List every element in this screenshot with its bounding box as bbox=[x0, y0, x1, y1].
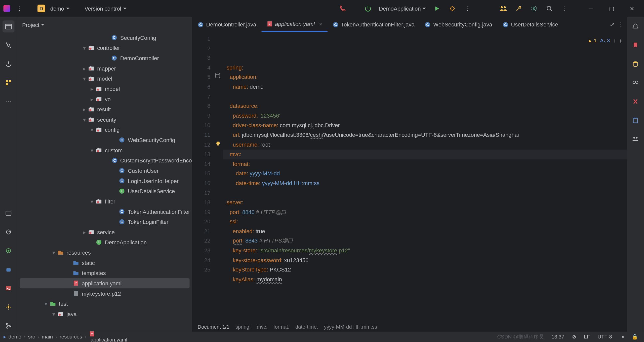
next-highlight-icon[interactable]: ↓ bbox=[619, 36, 622, 45]
tree-item[interactable]: Yapplication.yaml bbox=[20, 278, 190, 288]
breadcrumb-item[interactable]: spring: bbox=[235, 324, 251, 330]
more-tool-button[interactable]: ⋯ bbox=[3, 95, 14, 107]
bookmark-tool-button[interactable] bbox=[629, 39, 641, 51]
phone-icon[interactable] bbox=[336, 3, 348, 14]
close-button[interactable]: ✕ bbox=[624, 3, 641, 14]
readonly-toggle-icon[interactable]: ⊘ bbox=[570, 334, 579, 340]
terminal-tool-button[interactable] bbox=[3, 282, 14, 294]
tree-item[interactable]: CSecurityConfig bbox=[17, 32, 192, 43]
tree-item[interactable]: CDemoController bbox=[17, 53, 192, 63]
maximize-button[interactable]: ▢ bbox=[603, 3, 620, 14]
nav-crumb-item[interactable]: Yapplication.yaml bbox=[89, 331, 127, 342]
project-dropdown[interactable]: demo bbox=[49, 5, 71, 13]
tree-item[interactable]: ▸vo bbox=[17, 94, 192, 104]
commit-tool-button[interactable] bbox=[3, 39, 14, 51]
minimize-button[interactable]: ─ bbox=[583, 3, 600, 14]
line-separator-status[interactable]: LF bbox=[581, 334, 592, 340]
tree-item[interactable]: ▾security bbox=[17, 114, 192, 125]
vcs-dropdown[interactable]: Version control bbox=[83, 5, 128, 13]
typo-icon[interactable]: Aₓ 3 bbox=[600, 36, 610, 45]
validation-tool-button[interactable] bbox=[629, 95, 641, 107]
tree-item[interactable]: mykeystore.p12 bbox=[17, 288, 192, 298]
editor-tab[interactable]: CUserDetailsService bbox=[497, 17, 563, 32]
debug-button[interactable] bbox=[446, 3, 458, 14]
git-tool-button[interactable] bbox=[3, 320, 14, 332]
code-editor[interactable]: 1234567891011121314151617181920212223242… bbox=[192, 32, 627, 322]
nav-breadcrumb[interactable]: demo›src›main›resources›Yapplication.yam… bbox=[9, 331, 127, 342]
watermark-text: CSDN @撸码程序员 bbox=[495, 333, 546, 340]
problems-tool-button[interactable] bbox=[3, 301, 14, 313]
team-tool-button[interactable] bbox=[629, 133, 641, 145]
svg-rect-11 bbox=[9, 80, 11, 82]
tree-item[interactable]: ▾controller bbox=[17, 43, 192, 53]
structure-tool-button[interactable] bbox=[3, 77, 14, 89]
editor-tab[interactable]: CTokenAuthenticationFilter.java bbox=[327, 17, 420, 32]
editor-tab[interactable]: CDemoController.java bbox=[192, 17, 261, 32]
tree-item[interactable]: DemoApplication bbox=[17, 237, 192, 247]
expand-icon[interactable]: ⤢ bbox=[610, 21, 615, 28]
tree-item[interactable]: ▾filter bbox=[17, 196, 192, 207]
tools-icon[interactable] bbox=[513, 3, 525, 14]
tree-item[interactable]: CTokenLoginFilter bbox=[17, 217, 192, 227]
encoding-status[interactable]: UTF-8 bbox=[595, 334, 615, 340]
copilot-tool-button[interactable] bbox=[629, 77, 641, 89]
tree-item[interactable]: ▾custom bbox=[17, 145, 192, 155]
indent-status[interactable]: ⇥ bbox=[617, 334, 626, 340]
tree-item[interactable]: templates bbox=[17, 268, 192, 278]
tree-item[interactable]: ▸model bbox=[17, 84, 192, 94]
clipboard-tool-button[interactable] bbox=[629, 114, 641, 126]
warning-icon[interactable]: ▲ 1 bbox=[587, 36, 597, 45]
editor-tab[interactable]: CWebSecurityConfig.java bbox=[420, 17, 497, 32]
ai-assistant-icon[interactable] bbox=[528, 3, 540, 14]
search-icon[interactable] bbox=[543, 3, 555, 14]
tree-item[interactable]: ▾resources bbox=[17, 247, 192, 258]
nav-crumb-item[interactable]: src bbox=[28, 334, 35, 340]
database-tool-button[interactable] bbox=[629, 58, 641, 70]
sidebar-header[interactable]: Project bbox=[17, 17, 192, 32]
project-tree[interactable]: CSecurityConfig▾controllerCDemoControlle… bbox=[17, 32, 192, 332]
tree-item[interactable]: ▸result bbox=[17, 104, 192, 114]
tree-item[interactable]: ▸service bbox=[17, 227, 192, 237]
code-content[interactable]: ▲ 1 Aₓ 3 ↑ ↓ spring: application: name: … bbox=[223, 32, 627, 322]
services-tool-button[interactable] bbox=[3, 245, 14, 257]
breadcrumb-item[interactable]: mvc: bbox=[257, 324, 267, 330]
more-actions-button[interactable]: ⋮ bbox=[462, 3, 473, 14]
readonly-lock-icon[interactable]: 🔒 bbox=[629, 334, 641, 340]
editor-tab[interactable]: Yapplication.yaml× bbox=[261, 17, 327, 32]
breadcrumb-item[interactable]: date-time: bbox=[295, 324, 318, 330]
main-menu-button[interactable]: ⋮ bbox=[14, 3, 25, 14]
inspection-widget[interactable]: ▲ 1 Aₓ 3 ↑ ↓ bbox=[587, 36, 622, 45]
settings-icon[interactable]: ⋮ bbox=[559, 3, 571, 14]
code-with-me-icon[interactable] bbox=[497, 3, 509, 14]
tree-item[interactable]: ▾model bbox=[17, 73, 192, 84]
tree-item[interactable]: CLoginUserInfoHelper bbox=[17, 176, 192, 186]
tree-item[interactable]: CWebSecurityConfig bbox=[17, 135, 192, 145]
bookmarks-tool-button[interactable] bbox=[3, 207, 14, 219]
tree-item[interactable]: IUserDetailsService bbox=[17, 186, 192, 196]
tab-options-icon[interactable]: ⋮ bbox=[618, 21, 624, 28]
run-button[interactable] bbox=[431, 3, 443, 14]
prev-highlight-icon[interactable]: ↑ bbox=[613, 36, 616, 45]
tree-item[interactable]: CCustomUser bbox=[17, 165, 192, 176]
tree-item[interactable]: ▸mapper bbox=[17, 63, 192, 74]
tree-item[interactable]: ▾java bbox=[17, 309, 192, 319]
breadcrumb-item[interactable]: yyyy-MM-dd HH:mm:ss bbox=[324, 324, 377, 330]
nav-crumb-item[interactable]: main bbox=[42, 334, 53, 340]
nav-crumb-item[interactable]: demo bbox=[9, 334, 21, 340]
clock-status[interactable]: 13:37 bbox=[549, 334, 567, 340]
tree-item[interactable]: ▾test bbox=[17, 298, 192, 309]
tree-item[interactable]: CCustomBcryptPasswordEncoder bbox=[17, 155, 192, 165]
project-tool-button[interactable] bbox=[3, 20, 14, 32]
box-tool-button[interactable] bbox=[3, 263, 14, 275]
tree-item[interactable]: static bbox=[17, 258, 192, 268]
close-tab-icon[interactable]: × bbox=[319, 21, 322, 27]
build-tool-button[interactable] bbox=[3, 226, 14, 238]
tree-item[interactable]: CTokenAuthenticationFilter bbox=[17, 206, 192, 217]
tree-item[interactable]: ▾config bbox=[17, 124, 192, 135]
pull-requests-tool-button[interactable] bbox=[3, 58, 14, 70]
notifications-tool-button[interactable] bbox=[629, 20, 641, 32]
power-icon[interactable] bbox=[362, 3, 374, 14]
breadcrumb-item[interactable]: format: bbox=[273, 324, 289, 330]
run-config-dropdown[interactable]: DemoApplication bbox=[377, 5, 428, 13]
nav-crumb-item[interactable]: resources bbox=[60, 334, 82, 340]
